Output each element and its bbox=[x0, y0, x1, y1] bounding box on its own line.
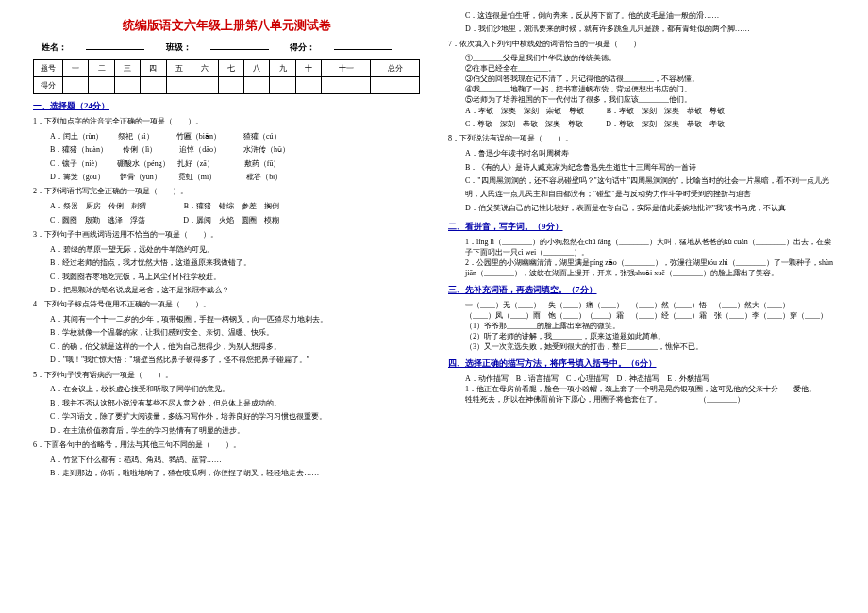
q7-c: C．尊敬 深刻 恭敬 深奥 尊敬 D．尊敬 深刻 深奥 恭敬 孝敬 bbox=[448, 118, 835, 131]
exam-page: 统编版语文六年级上册第八单元测试卷 姓名： 班级： 得分： 题号 一二 三四 五… bbox=[0, 0, 868, 613]
name-label: 姓名： bbox=[42, 42, 67, 52]
q2-a: A．祭器 厨房 伶俐 刺猬 B．獾猪 错综 参差 搁倒 bbox=[33, 200, 420, 213]
q7-l2: ②往事已经全在________。 bbox=[448, 63, 835, 74]
q6-a: A．竹篮下什么都有：稻鸡、角鸡、鹁鸪、蓝背…… bbox=[33, 454, 420, 467]
q11-opts: A．动作描写 B．语言描写 C．心理描写 D．神态描写 E．外貌描写 bbox=[448, 373, 835, 384]
section-1-head: 一、选择题（24分） bbox=[33, 100, 420, 112]
q8-c: C．"四周黑洞洞的，还不容易碰壁吗？"这句话中"四周黑洞洞的"，比喻当时的社会一… bbox=[448, 174, 835, 202]
q11-l1: 1．他正在母房前看腿，脸色一项小凶帽，颈上套了一个明晃晃的银项圈，这可见他的父亲… bbox=[448, 384, 835, 394]
q2-stem: 2．下列词语书写完全正确的一项是（ ）。 bbox=[33, 186, 420, 198]
q7-l1: ①________父母是我们中华民族的传统美德。 bbox=[448, 53, 835, 63]
q6-b: B．走到那边，你听，啦啦地响了，猹在咬瓜咧，你便捏了胡叉，轻轻地走去…… bbox=[33, 467, 420, 480]
q3-a: A．碧绿的草原一望无际，远处的牛羊隐约可见。 bbox=[33, 243, 420, 257]
q5-a: A．在会议上，校长虚心接受和听取了同学们的意见。 bbox=[33, 383, 420, 396]
q7-a: A．孝敬 深奥 深刻 崇敬 尊敬 B．孝敬 深刻 深奥 恭敬 尊敬 bbox=[448, 105, 835, 118]
q1-a: A．闰土（rùn） 祭祀（sì） 竹匾（biǎn） 猹獾（cú） bbox=[33, 130, 420, 143]
q4-d: D．"哦！"我忙惊大悟："墙壁当然比鼻子硬得多了，怪不得您把鼻子碰扁了。" bbox=[33, 354, 420, 367]
q10-l3b: （2）听了老师的讲解，我________，原来这道题如此简单。 bbox=[448, 331, 835, 341]
name-blank[interactable] bbox=[86, 49, 144, 50]
q7-l3: ③伯父的回答我现在记不清了，只记得他的话很________，不容易懂。 bbox=[448, 74, 835, 84]
q5-d: D．在主流价值教育后，学生的学习热情有了明显的进步。 bbox=[33, 424, 420, 438]
score-label: 得分： bbox=[290, 42, 315, 52]
q3-d: D．把黑颗冰的笔名说成是老舍，这不是张冠李戴么？ bbox=[33, 284, 420, 297]
q5-c: C．学习语文，除了要扩大阅读量，多练习写作外，培养良好的学习习惯也很重要。 bbox=[33, 410, 420, 423]
q5-stem: 5．下列句子没有语病的一项是（ ）。 bbox=[33, 370, 420, 382]
q1-b: B．獾猪（huàn） 伶俐（lì） 追悼（dāo） 水浒传（hǔ） bbox=[33, 143, 420, 157]
table-row: 得分 bbox=[34, 77, 420, 94]
q3-c: C．我囫囵吞枣地吃完饭，马上风尘仆仆往学校赶。 bbox=[33, 271, 420, 284]
section-3-head: 三、先补充词语，再选词填空。（7分） bbox=[448, 284, 835, 296]
q8-d: D．伯父笑说自己的记性比较好，表面是在夸自己，实际是借此委婉地批评"我"读书马虎… bbox=[448, 202, 835, 215]
section-4-head: 四、选择正确的描写方法，将序号填入括号中。（6分） bbox=[448, 357, 835, 370]
table-row: 题号 一二 三四 五六 七八 九十 十一总分 bbox=[34, 60, 420, 77]
q4-stem: 4．下列句子标点符号使用不正确的一项是（ ）。 bbox=[33, 299, 420, 311]
q10-l3c: （3）又一次竞选失败，她受到很大的打击，整日________，憔悴不已。 bbox=[448, 341, 835, 352]
q4-b: B．学校就像一个温馨的家，让我们感到安全、亲切、温暖、快乐。 bbox=[33, 326, 420, 340]
score-table: 题号 一二 三四 五六 七八 九十 十一总分 得分 bbox=[33, 59, 420, 94]
right-column: C．这连很是怕生呀，倒向奔来，反从胯下窗了。他的皮毛是油一般的滑…… D．我们沙… bbox=[434, 9, 849, 604]
q4-a: A．其间有一个十一二岁的少年，项带银圈，手捏一柄钢叉，向一匹猹尽力地刺去。 bbox=[33, 313, 420, 326]
q1-d: D．篝笼（gōu） 髀骨（yùn） 霓虹（mí） 秕谷（bǐ） bbox=[33, 171, 420, 184]
q7-stem: 7．依次填入下列句中横线处的词语恰当的一项是（ ） bbox=[448, 39, 835, 51]
q10-l3a: （1）爷爷那________的脸上露出幸福的微笑。 bbox=[448, 321, 835, 331]
q3-stem: 3．下列句子中画线词语运用不恰当的一项是（ ）。 bbox=[33, 229, 420, 241]
class-label: 班级： bbox=[166, 42, 192, 52]
q10-l2: （____）凤（____）雨 饱（____）（____）霜 （____）经（__… bbox=[448, 310, 835, 321]
q8-stem: 8．下列说法有误的一项是（ ）。 bbox=[448, 133, 835, 145]
q9b: 2．公园里的小湖幽幽清清，湖里满是píng zǎo（________），弥漫往湖… bbox=[448, 257, 835, 278]
q3-b: B．经过老师的指点，我才恍然大悟，这道题原来我做错了。 bbox=[33, 257, 420, 270]
q9a: 1．líng lì（________）的小狗忽然在chú fáng（______… bbox=[448, 237, 835, 257]
q2-c: C．囫囵 殷勤 逃泽 浮荡 D．羼阅 火焰 圆圈 模糊 bbox=[33, 214, 420, 227]
q7-l5: ⑤老师为了培养祖国的下一代付出了很多，我们应该________他们。 bbox=[448, 94, 835, 105]
q8-b: B．《有的人》是诗人臧克家为纪念鲁迅先生逝世十三周年写的一首诗 bbox=[448, 161, 835, 174]
q1-stem: 1．下列加点字的注音完全正确的一项是（ ）。 bbox=[33, 116, 420, 128]
q5-b: B．我并不否认这部小说没有某些不尽人意之处，但总体上是成功的。 bbox=[33, 397, 420, 410]
q7-l4: ④我________地鞠了一躬，把书塞进帆布袋，背起便想出书店的门。 bbox=[448, 84, 835, 94]
q6-c: C．这连很是怕生呀，倒向奔来，反从胯下窗了。他的皮毛是油一般的滑…… bbox=[448, 9, 835, 23]
exam-title: 统编版语文六年级上册第八单元测试卷 bbox=[33, 17, 420, 34]
section-2-head: 二、看拼音，写字词。（9分） bbox=[448, 221, 835, 233]
q6-d: D．我们沙地里，潮汛要来的时候，就有许多跳鱼儿只是跳，都有青蛙似的两个脚…… bbox=[448, 23, 835, 36]
student-info: 姓名： 班级： 得分： bbox=[33, 41, 420, 54]
q6-stem: 6．下面各句中的省略号，用法与其他三句不同的是（ ）。 bbox=[33, 439, 420, 452]
q1-c: C．镶子（niè） 硼酸水（péng） 扎好（zā） 敷药（fū） bbox=[33, 157, 420, 171]
q4-c: C．的确，伯父就是这样的一个人，他为自己想得少，为别人想得多。 bbox=[33, 340, 420, 354]
q11-l2: 牲牲死去，所以在神佛面前许下愿心，用圈子将他套住了。 （________） bbox=[448, 394, 835, 405]
left-column: 统编版语文六年级上册第八单元测试卷 姓名： 班级： 得分： 题号 一二 三四 五… bbox=[19, 9, 434, 604]
class-blank[interactable] bbox=[210, 49, 269, 50]
q10-l1: 一（____）无（____） 失（____）痛（____） （____）然（__… bbox=[448, 300, 835, 310]
q8-a: A．鲁迅少年读书时名叫周树寿 bbox=[448, 147, 835, 160]
score-blank[interactable] bbox=[334, 49, 392, 50]
